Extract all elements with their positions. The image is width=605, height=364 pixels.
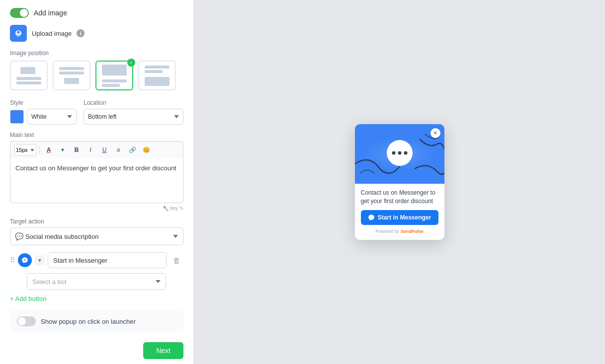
upload-info-icon[interactable]: i: [77, 29, 85, 37]
color-swatch[interactable]: [10, 110, 24, 124]
target-action-label: Target action: [10, 218, 183, 225]
add-button-link[interactable]: + Add button: [10, 295, 183, 302]
main-text-input[interactable]: [10, 158, 183, 203]
next-btn-row: Next: [10, 340, 183, 359]
show-popup-label: Show popup on click on launcher: [41, 318, 136, 325]
underline-btn[interactable]: U: [98, 144, 110, 156]
drag-handle-icon[interactable]: ⠿: [10, 256, 15, 264]
popup-close-btn[interactable]: ×: [431, 128, 440, 138]
location-select[interactable]: Bottom left Bottom right Top left Top ri…: [84, 109, 183, 125]
sendpulse-logo: SendPulse: [401, 229, 424, 234]
button-type-dropdown[interactable]: ▼: [35, 255, 45, 265]
target-action-section: Target action 💬 Social media subscriptio…: [10, 218, 183, 245]
emoji-btn[interactable]: 😊: [140, 144, 152, 156]
image-position-option-2[interactable]: ✓: [53, 61, 90, 90]
text-toolbar: 15px 12px 14px 16px 18px A ▼ B I U ≡ 🔗 😊: [10, 141, 183, 158]
main-text-label: Main text: [10, 132, 183, 139]
upload-image-button[interactable]: [10, 25, 27, 42]
italic-btn[interactable]: I: [85, 144, 96, 156]
add-image-row: Add image: [10, 8, 183, 18]
target-action-select[interactable]: Social media subscription: [10, 227, 183, 245]
image-position-option-3[interactable]: ✓: [95, 61, 133, 90]
bot-select-wrapper: Select a bot: [27, 273, 183, 290]
delete-button-btn[interactable]: 🗑: [170, 253, 183, 267]
check-icon-3: ✓: [127, 59, 135, 67]
bold-btn[interactable]: B: [71, 144, 83, 156]
add-image-toggle[interactable]: [10, 8, 29, 18]
popup-footer: Powered by SendPulse: [361, 229, 438, 236]
image-position-option-4[interactable]: ✓: [138, 61, 176, 90]
style-inner: White: [10, 109, 77, 125]
button-action-row: ⠿ ▼ 🗑: [10, 252, 183, 268]
tiny-branding: 🔧 tiny ✎: [10, 206, 183, 211]
align-btn[interactable]: ≡: [112, 144, 124, 156]
style-col: Style White: [10, 99, 77, 125]
target-action-icon: 💬: [15, 232, 23, 240]
popup-preview-card: × Contact us on Messenger to get: [355, 124, 444, 240]
right-panel: × Contact us on Messenger to get: [194, 0, 605, 364]
font-color-arrow-btn[interactable]: ▼: [57, 144, 69, 156]
style-select[interactable]: White: [27, 109, 77, 125]
add-image-label: Add image: [34, 9, 67, 17]
powered-by-text: Powered by: [375, 229, 399, 234]
main-text-section: Main text 15px 12px 14px 16px 18px A ▼ B…: [10, 132, 183, 211]
popup-cta-label: Start in Messenger: [378, 214, 431, 221]
left-panel: Add image Upload image i Image position …: [0, 0, 194, 364]
location-col: Location Bottom left Bottom right Top le…: [84, 99, 183, 125]
svg-point-3: [404, 151, 407, 154]
svg-point-2: [398, 151, 401, 154]
next-button[interactable]: Next: [143, 342, 183, 359]
svg-point-1: [392, 151, 395, 154]
image-position-row: ✓ ✓ ✓ ✓: [10, 61, 183, 90]
popup-text: Contact us on Messenger to get your firs…: [361, 189, 438, 206]
button-label-input[interactable]: [48, 252, 167, 268]
image-position-option-1[interactable]: ✓: [10, 61, 48, 90]
style-location-row: Style White Location Bottom left Bottom …: [10, 99, 183, 125]
upload-label[interactable]: Upload image: [32, 30, 72, 37]
link-btn[interactable]: 🔗: [126, 144, 138, 156]
show-popup-row: Show popup on click on launcher: [10, 310, 183, 332]
toolbar-separator: [39, 146, 40, 154]
style-label: Style: [10, 99, 77, 106]
popup-cta-button[interactable]: Start in Messenger: [361, 210, 438, 225]
show-popup-toggle[interactable]: [17, 316, 36, 326]
popup-body: Contact us on Messenger to get your firs…: [355, 184, 444, 240]
font-color-btn[interactable]: A: [43, 144, 55, 156]
bot-select[interactable]: Select a bot: [27, 273, 166, 290]
messenger-platform-icon[interactable]: [18, 253, 32, 267]
image-position-label: Image position: [10, 50, 183, 57]
target-select-wrapper: 💬 Social media subscription: [10, 227, 183, 245]
location-label: Location: [84, 99, 183, 106]
font-size-select[interactable]: 15px 12px 14px 16px 18px: [14, 144, 36, 156]
upload-row: Upload image i: [10, 25, 183, 42]
